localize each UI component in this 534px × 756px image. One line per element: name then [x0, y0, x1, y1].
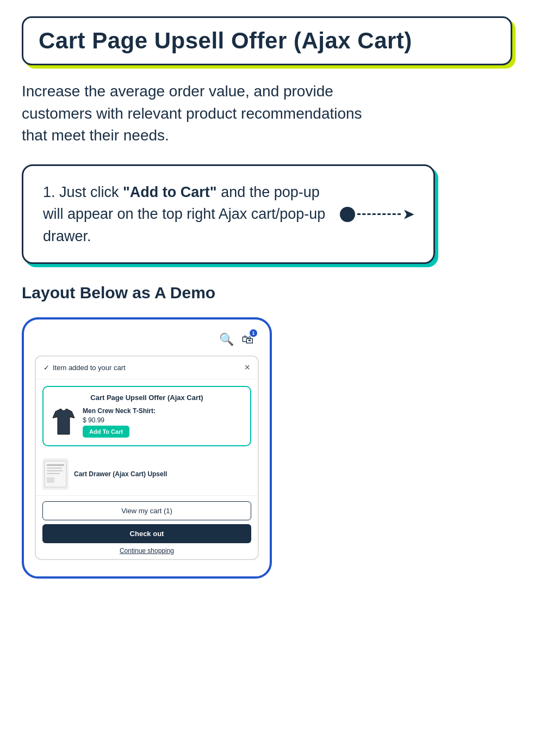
title-box: Cart Page Upsell Offer (Ajax Cart) [22, 16, 512, 65]
cart-actions: View my cart (1) Check out Continue shop… [36, 496, 258, 559]
cart-icon[interactable]: 🛍 1 [241, 333, 253, 347]
page-description: Increase the average order value, and pr… [22, 81, 392, 147]
product-row: Men Crew Neck T-Shirt: $ 90.99 Add To Ca… [50, 406, 244, 439]
continue-shopping-link[interactable]: Continue shopping [42, 547, 251, 555]
dashed-line [357, 213, 401, 215]
cart-item-name: Cart Drawer (Ajax Cart) Upsell [74, 470, 167, 478]
product-price: $ 90.99 [83, 416, 156, 424]
svg-rect-1 [47, 464, 64, 466]
arrow-head-icon: ➤ [403, 207, 414, 222]
cart-item-thumbnail [42, 458, 69, 490]
cart-added-text: ✓ Item added to your cart [44, 364, 126, 372]
arrow-area: ➤ [340, 207, 414, 222]
cart-item: Cart Drawer (Ajax Cart) Upsell [36, 453, 258, 496]
add-to-cart-button[interactable]: Add To Cart [83, 426, 129, 438]
step-prefix: 1. Just click [43, 184, 123, 200]
upsell-title: Cart Page Upsell Offer (Ajax Cart) [50, 394, 244, 402]
product-image [50, 406, 77, 439]
step-box: 1. Just click "Add to Cart" and the pop-… [22, 164, 435, 265]
arrow-dot [340, 207, 355, 222]
cart-badge: 1 [250, 329, 257, 337]
checkout-button[interactable]: Check out [42, 524, 251, 543]
device-frame: 🔍 🛍 1 ✓ Item added to your cart × Cart P… [22, 317, 272, 579]
step-highlight: "Add to Cart" [123, 184, 217, 200]
product-name: Men Crew Neck T-Shirt: [83, 407, 156, 415]
cart-popup-header: ✓ Item added to your cart × [36, 357, 258, 379]
check-icon: ✓ [44, 364, 49, 372]
view-cart-button[interactable]: View my cart (1) [42, 501, 251, 520]
close-button[interactable]: × [244, 362, 250, 373]
search-icon[interactable]: 🔍 [219, 333, 234, 347]
product-info: Men Crew Neck T-Shirt: $ 90.99 Add To Ca… [83, 407, 156, 438]
svg-rect-5 [47, 477, 54, 483]
cart-popup: ✓ Item added to your cart × Cart Page Up… [35, 355, 259, 560]
svg-rect-2 [47, 468, 62, 469]
upsell-card: Cart Page Upsell Offer (Ajax Cart) Men C… [42, 386, 251, 446]
step-text: 1. Just click "Add to Cart" and the pop-… [43, 181, 329, 248]
demo-label: Layout Below as A Demo [22, 284, 512, 302]
svg-rect-4 [47, 473, 60, 474]
page-title: Cart Page Upsell Offer (Ajax Cart) [39, 28, 495, 54]
svg-rect-3 [47, 470, 63, 471]
device-topbar: 🔍 🛍 1 [35, 333, 259, 347]
